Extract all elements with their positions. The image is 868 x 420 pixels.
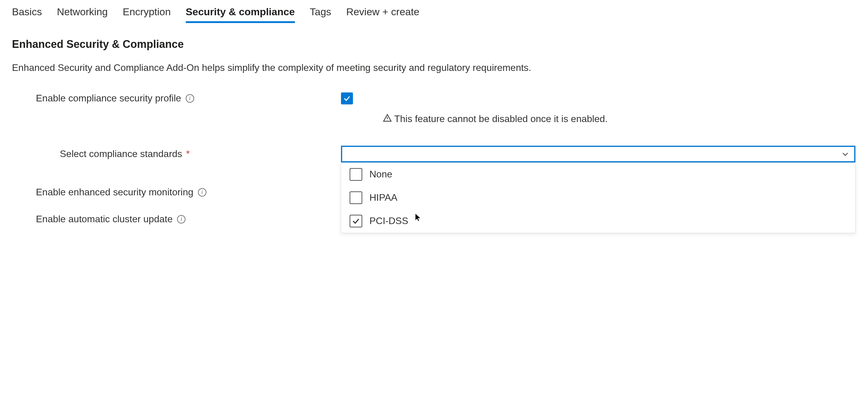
info-icon[interactable]: i <box>186 94 194 102</box>
tab-tags[interactable]: Tags <box>310 6 332 23</box>
checkmark-icon <box>352 217 360 225</box>
label-enable-compliance-profile: Enable compliance security profile i <box>36 93 341 104</box>
warning-text: This feature cannot be disabled once it … <box>394 113 608 124</box>
compliance-standards-dropdown-container: None HIPAA PCI-DSS <box>341 146 856 162</box>
checkmark-icon <box>343 94 351 102</box>
option-hipaa[interactable]: HIPAA <box>341 186 855 209</box>
label-text: Enable compliance security profile <box>36 93 181 104</box>
section-title: Enhanced Security & Compliance <box>12 38 856 51</box>
section-description: Enhanced Security and Compliance Add-On … <box>12 61 819 74</box>
required-asterisk: * <box>186 148 190 159</box>
label-text: Select compliance standards <box>60 148 182 159</box>
cursor-icon <box>413 213 423 222</box>
tab-networking[interactable]: Networking <box>57 6 108 23</box>
checkbox-enable-compliance-profile[interactable] <box>341 92 353 104</box>
option-checkbox-hipaa[interactable] <box>350 191 362 204</box>
option-pci-dss[interactable]: PCI-DSS <box>341 209 855 233</box>
option-label: None <box>369 169 393 180</box>
label-enable-monitoring: Enable enhanced security monitoring i <box>36 187 341 198</box>
compliance-standards-dropdown[interactable] <box>341 146 856 162</box>
label-enable-auto-update: Enable automatic cluster update i <box>36 214 341 224</box>
label-text: Enable automatic cluster update <box>36 214 173 224</box>
info-icon[interactable]: i <box>198 188 206 197</box>
warning-row: This feature cannot be disabled once it … <box>12 113 856 125</box>
compliance-standards-dropdown-list: None HIPAA PCI-DSS <box>341 162 856 233</box>
label-select-compliance-standards: Select compliance standards * <box>60 148 341 159</box>
option-checkbox-pci-dss[interactable] <box>350 215 362 227</box>
chevron-down-icon <box>841 150 849 158</box>
label-text: Enable enhanced security monitoring <box>36 187 193 198</box>
option-none[interactable]: None <box>341 163 855 186</box>
row-select-compliance-standards: Select compliance standards * None HIPAA <box>12 146 856 162</box>
option-checkbox-none[interactable] <box>350 168 362 181</box>
wizard-tabs: Basics Networking Encryption Security & … <box>12 6 856 23</box>
tab-security-compliance[interactable]: Security & compliance <box>186 6 295 23</box>
row-enable-compliance-profile: Enable compliance security profile i <box>12 92 856 104</box>
tab-basics[interactable]: Basics <box>12 6 42 23</box>
warning-icon <box>383 113 392 125</box>
tab-review-create[interactable]: Review + create <box>346 6 420 23</box>
info-icon[interactable]: i <box>177 215 185 223</box>
option-label: PCI-DSS <box>369 215 408 227</box>
tab-encryption[interactable]: Encryption <box>123 6 171 23</box>
option-label: HIPAA <box>369 192 398 203</box>
